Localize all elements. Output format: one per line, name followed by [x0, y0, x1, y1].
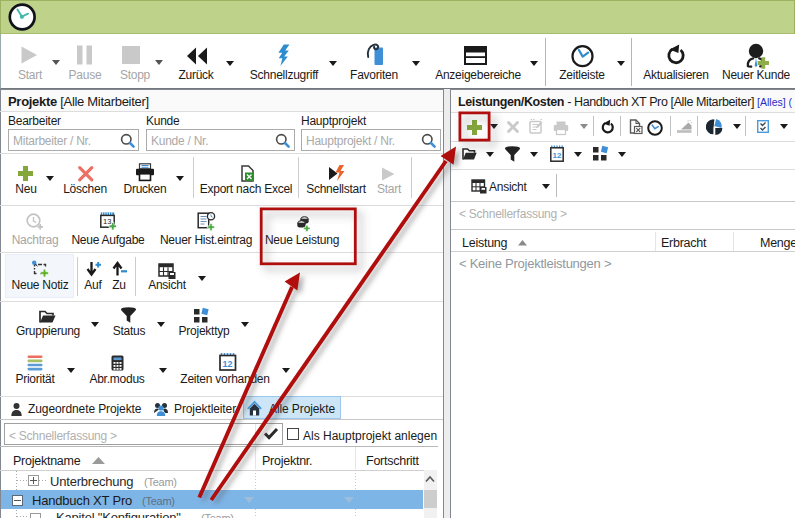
svg-text:12: 12: [553, 151, 562, 160]
svg-text:12: 12: [223, 359, 233, 369]
